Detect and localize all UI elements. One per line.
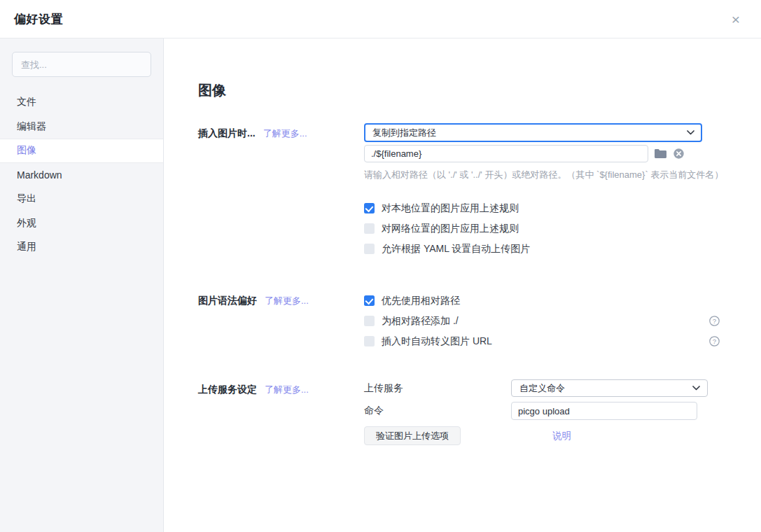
apply-local-rule-row: 对本地位置的图片应用上述规则 [364,198,728,218]
apply-local-rule-label: 对本地位置的图片应用上述规则 [382,202,519,215]
upload-help-link[interactable]: 说明 [552,430,571,442]
sidebar-item-appearance[interactable]: 外观 [0,211,163,236]
clear-path-icon[interactable] [673,148,685,160]
page-title: 图像 [198,81,761,100]
syntax-pref-section: 图片语法偏好 了解更多... 优先使用相对路径 为相对路径添加 ./ ? [198,290,761,351]
command-field-label: 命令 [364,405,511,417]
sidebar-item-files[interactable]: 文件 [0,90,163,115]
sidebar: 文件 编辑器 图像 Markdown 导出 外观 通用 [0,38,164,532]
apply-local-rule-checkbox[interactable] [364,203,375,214]
settings-panel: 图像 插入图片时... 了解更多... 复制到指定路径 [164,38,761,532]
preferences-window: 偏好设置 × 文件 编辑器 图像 Markdown 导出 外观 通用 图像 [0,0,761,532]
apply-web-rule-row: 对网络位置的图片应用上述规则 [364,218,728,239]
insert-image-action-select[interactable]: 复制到指定路径 [364,123,702,142]
copy-path-input[interactable] [364,145,648,162]
search-input[interactable] [12,52,151,77]
yaml-upload-checkbox[interactable] [364,244,375,254]
upload-service-field-label: 上传服务 [364,382,511,395]
command-input[interactable] [511,402,697,420]
sidebar-nav: 文件 编辑器 图像 Markdown 导出 外观 通用 [0,90,163,260]
yaml-upload-row: 允许根据 YAML 设置自动上传图片 [364,239,728,259]
add-dot-slash-row: 为相对路径添加 ./ ? [364,311,728,331]
path-hint-text: 请输入相对路径（以 './' 或 '../' 开头）或绝对路径。（其中 `${f… [364,169,728,181]
add-dot-slash-checkbox[interactable] [364,316,375,326]
escape-url-row: 插入时自动转义图片 URL ? [364,331,728,351]
window-header: 偏好设置 × [0,0,761,38]
chevron-down-icon [687,130,694,135]
folder-browse-icon[interactable] [654,148,667,159]
close-icon[interactable]: × [727,10,744,28]
insert-image-learn-more-link[interactable]: 了解更多... [263,127,307,140]
insert-image-action-value: 复制到指定路径 [372,127,436,139]
apply-web-rule-checkbox[interactable] [364,223,375,234]
sidebar-item-export[interactable]: 导出 [0,187,163,211]
escape-url-checkbox[interactable] [364,336,375,346]
help-icon[interactable]: ? [709,336,720,346]
verify-upload-button[interactable]: 验证图片上传选项 [364,426,461,445]
upload-service-learn-more-link[interactable]: 了解更多... [265,384,309,396]
sidebar-item-general[interactable]: 通用 [0,235,163,260]
svg-text:?: ? [713,337,716,345]
relative-path-row: 优先使用相对路径 [364,290,728,311]
upload-service-select[interactable]: 自定义命令 [511,379,708,397]
help-icon[interactable]: ? [709,316,720,326]
insert-image-section: 插入图片时... 了解更多... 复制到指定路径 [198,123,761,259]
sidebar-item-markdown[interactable]: Markdown [0,163,163,188]
upload-service-value: 自定义命令 [519,382,565,395]
upload-service-label: 上传服务设定 [198,384,257,396]
svg-text:?: ? [713,317,716,325]
syntax-pref-label: 图片语法偏好 [198,295,257,307]
escape-url-label: 插入时自动转义图片 URL [382,335,492,348]
chevron-down-icon [692,386,700,391]
insert-image-label: 插入图片时... [198,127,256,140]
apply-web-rule-label: 对网络位置的图片应用上述规则 [382,223,519,235]
yaml-upload-label: 允许根据 YAML 设置自动上传图片 [382,243,530,255]
window-title: 偏好设置 [14,11,63,27]
relative-path-label: 优先使用相对路径 [382,295,460,307]
add-dot-slash-label: 为相对路径添加 ./ [382,315,459,328]
syntax-pref-learn-more-link[interactable]: 了解更多... [265,295,309,307]
upload-service-section: 上传服务设定 了解更多... 上传服务 自定义命令 命令 [198,379,761,445]
sidebar-item-editor[interactable]: 编辑器 [0,115,163,139]
sidebar-item-image[interactable]: 图像 [0,139,163,163]
relative-path-checkbox[interactable] [364,295,375,306]
